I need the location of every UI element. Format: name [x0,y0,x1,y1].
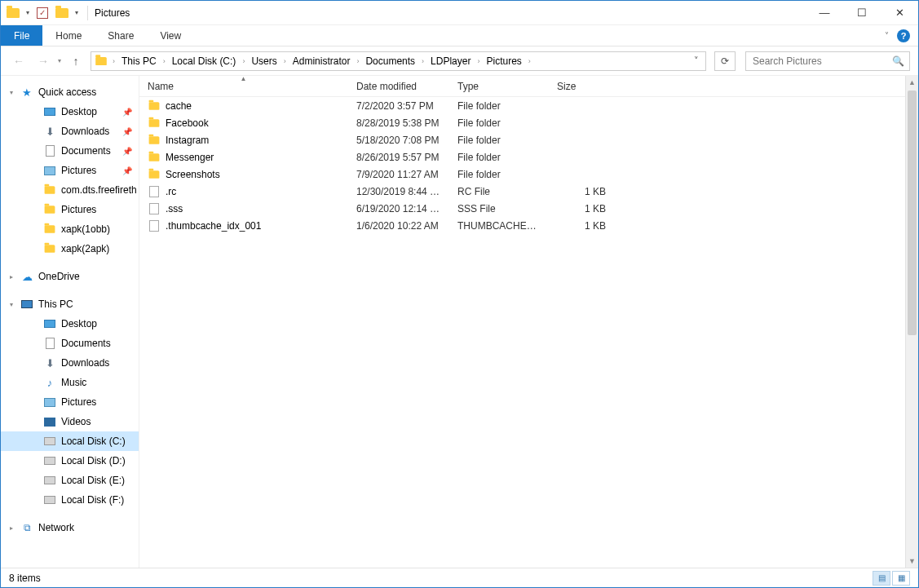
refresh-button[interactable]: ⟳ [714,51,736,71]
nav-pc-item[interactable]: ▸⬇Downloads [1,353,139,373]
nav-quick-item[interactable]: ▸⬇Downloads📌 [1,122,139,141]
file-name: Instagram [166,135,209,146]
nav-label: OneDrive [38,271,80,282]
nav-pc-item[interactable]: ▸Local Disk (C:) [1,431,139,451]
nav-network[interactable]: ▸ ⧉ Network [1,518,139,537]
file-row[interactable]: .thumbcache_idx_0011/6/2020 10:22 AMTHUM… [139,217,918,234]
nav-quick-item[interactable]: ▸Documents📌 [1,141,139,161]
nav-back-button[interactable]: ← [9,51,29,71]
nav-recent-dropdown[interactable]: ▾ [58,57,61,64]
tab-view[interactable]: View [147,25,194,46]
view-details-button[interactable]: ▤ [873,571,890,586]
navigation-pane[interactable]: ▾ ★ Quick access ▸Desktop📌▸⬇Downloads📌▸D… [1,76,139,568]
nav-quick-item[interactable]: ▸Desktop📌 [1,102,139,122]
file-row[interactable]: Instagram5/18/2020 7:08 PMFile folder [139,131,918,148]
app-folder-icon[interactable] [4,4,22,22]
nav-quick-access[interactable]: ▾ ★ Quick access [1,82,139,102]
chevron-right-icon[interactable]: › [475,57,481,65]
nav-pc-item[interactable]: ▸Pictures [1,392,139,412]
tab-home[interactable]: Home [42,25,95,46]
file-row[interactable]: .rc12/30/2019 8:44 PMRC File1 KB [139,183,918,200]
nav-pc-item[interactable]: ▸♪Music [1,373,139,392]
nav-item-label: Videos [61,416,91,427]
breadcrumb-segment[interactable]: Pictures [481,52,526,70]
nav-quick-item[interactable]: ▸Pictures [1,200,139,219]
file-type: File folder [449,100,549,112]
file-date: 6/19/2020 12:14 PM [348,203,449,214]
col-header-name[interactable]: Name ▲ [139,76,348,96]
nav-onedrive[interactable]: ▸ ☁ OneDrive [1,267,139,286]
chevron-right-icon[interactable]: › [111,57,117,65]
col-header-size[interactable]: Size [549,76,614,96]
view-large-icons-button[interactable]: ▦ [892,571,910,586]
help-icon[interactable]: ? [897,29,910,42]
chevron-right-icon[interactable]: › [420,57,426,65]
pc-icon [20,298,33,311]
documents-icon [43,144,56,157]
file-row[interactable]: cache7/2/2020 3:57 PMFile folder [139,97,918,114]
col-label: Name [148,81,174,92]
app-icon-dropdown[interactable]: ▾ [24,9,32,16]
file-icon [148,219,161,232]
nav-this-pc[interactable]: ▾ This PC [1,294,139,314]
nav-quick-item[interactable]: ▸Pictures📌 [1,161,139,180]
scroll-down-button[interactable]: ▼ [906,555,918,568]
nav-quick-item[interactable]: ▸com.dts.freefireth [1,180,139,200]
search-input[interactable] [751,55,892,68]
folder-icon [43,183,56,197]
nav-forward-button[interactable]: → [33,51,53,71]
nav-item-label: Downloads [61,126,109,137]
nav-pc-item[interactable]: ▸Local Disk (E:) [1,471,139,490]
nav-pc-item[interactable]: ▸Documents [1,334,139,353]
tab-share[interactable]: Share [95,25,147,46]
tab-file[interactable]: File [1,25,42,46]
ribbon-expand-icon[interactable]: ˅ [885,31,889,40]
nav-pc-item[interactable]: ▸Videos [1,412,139,431]
search-icon[interactable]: 🔍 [892,55,904,67]
nav-quick-item[interactable]: ▸xapk(1obb) [1,219,139,239]
address-history-dropdown[interactable]: ˅ [687,52,705,70]
scroll-up-button[interactable]: ▲ [906,76,918,89]
breadcrumb-segment[interactable]: Users [246,52,281,70]
qat-properties-icon[interactable]: ✓ [33,4,51,22]
file-row[interactable]: Messenger8/26/2019 5:57 PMFile folder [139,148,918,166]
chevron-right-icon[interactable]: › [241,57,246,65]
breadcrumb-segment[interactable]: Documents [360,52,420,70]
window-title: Pictures [95,7,130,19]
chevron-right-icon[interactable]: › [527,57,532,65]
breadcrumb-segment[interactable]: LDPlayer [426,52,475,70]
scroll-thumb[interactable] [908,91,917,335]
file-row[interactable]: .sss6/19/2020 12:14 PMSSS File1 KB [139,200,918,217]
chevron-right-icon[interactable]: › [355,57,360,65]
col-header-type[interactable]: Type [449,76,549,96]
nav-quick-item[interactable]: ▸xapk(2apk) [1,239,139,259]
desktop-icon [43,105,56,118]
address-folder-icon[interactable] [91,56,111,66]
qat-newfolder-icon[interactable] [53,4,71,22]
maximize-button[interactable]: ☐ [843,1,881,25]
qat-customize-dropdown[interactable]: ▾ [73,9,81,16]
search-box[interactable]: 🔍 [745,51,910,71]
file-rows[interactable]: cache7/2/2020 3:57 PMFile folderFacebook… [139,97,918,568]
file-row[interactable]: Facebook8/28/2019 5:38 PMFile folder [139,114,918,131]
nav-up-button[interactable]: ↑ [66,51,86,71]
breadcrumb-segment[interactable]: Local Disk (C:) [167,52,241,70]
minimize-button[interactable]: — [806,1,843,25]
vertical-scrollbar[interactable]: ▲ ▼ [905,76,918,568]
nav-item-label: Local Disk (C:) [61,435,126,447]
chevron-right-icon[interactable]: › [161,57,167,65]
breadcrumb-segment[interactable]: This PC [117,52,161,70]
nav-pc-item[interactable]: ▸Local Disk (F:) [1,490,139,510]
file-row[interactable]: Screenshots7/9/2020 11:27 AMFile folder [139,166,918,183]
nav-pc-item[interactable]: ▸Local Disk (D:) [1,451,139,471]
folder-icon [43,242,56,255]
chevron-right-icon[interactable]: › [282,57,288,65]
col-header-date[interactable]: Date modified [348,76,449,96]
address-bar[interactable]: › This PC›Local Disk (C:)›Users›Administ… [91,51,706,71]
pin-icon: 📌 [122,108,132,117]
file-date: 5/18/2020 7:08 PM [348,135,449,146]
file-icon [148,185,161,198]
breadcrumb-segment[interactable]: Administrator [288,52,356,70]
close-button[interactable]: ✕ [881,1,918,25]
nav-pc-item[interactable]: ▸Desktop [1,314,139,334]
